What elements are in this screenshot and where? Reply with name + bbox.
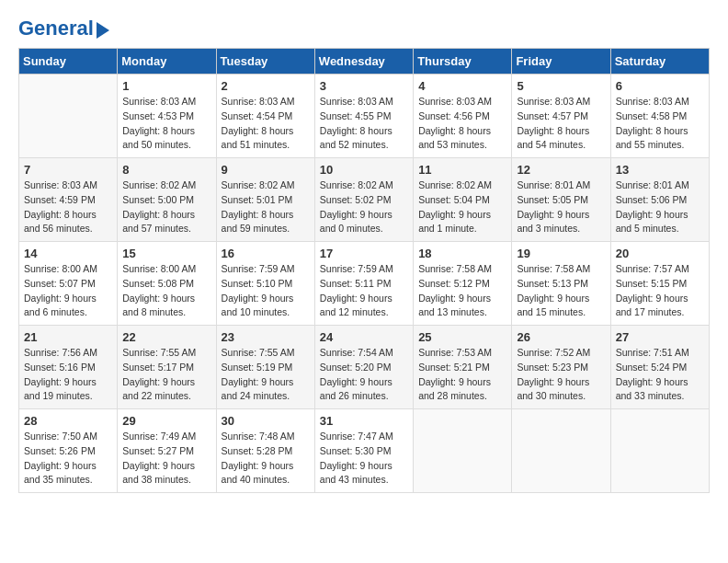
- day-cell: 3Sunrise: 8:03 AMSunset: 4:55 PMDaylight…: [314, 75, 413, 158]
- day-cell: 5Sunrise: 8:03 AMSunset: 4:57 PMDaylight…: [512, 75, 610, 158]
- day-number: 18: [418, 247, 506, 260]
- day-info: Sunrise: 8:03 AMSunset: 4:55 PMDaylight:…: [320, 95, 408, 153]
- day-cell: 21Sunrise: 7:56 AMSunset: 5:16 PMDayligh…: [19, 326, 118, 409]
- day-cell: 10Sunrise: 8:02 AMSunset: 5:02 PMDayligh…: [314, 158, 413, 242]
- week-row-4: 21Sunrise: 7:56 AMSunset: 5:16 PMDayligh…: [19, 326, 710, 409]
- day-cell: 31Sunrise: 7:47 AMSunset: 5:30 PMDayligh…: [314, 409, 413, 493]
- day-cell: 9Sunrise: 8:02 AMSunset: 5:01 PMDaylight…: [216, 158, 314, 242]
- day-number: 2: [222, 79, 310, 93]
- day-info: Sunrise: 8:00 AMSunset: 5:08 PMDaylight:…: [122, 262, 210, 320]
- day-info: Sunrise: 7:57 AMSunset: 5:15 PMDaylight:…: [616, 262, 704, 320]
- day-number: 28: [24, 414, 112, 428]
- logo-text: General: [18, 18, 94, 39]
- day-number: 8: [122, 163, 210, 177]
- day-cell: 7Sunrise: 8:03 AMSunset: 4:59 PMDaylight…: [19, 158, 118, 242]
- day-cell: [414, 409, 512, 493]
- day-cell: 19Sunrise: 7:58 AMSunset: 5:13 PMDayligh…: [512, 242, 610, 326]
- day-cell: 8Sunrise: 8:02 AMSunset: 5:00 PMDaylight…: [118, 158, 216, 242]
- day-cell: [610, 409, 709, 493]
- day-cell: 2Sunrise: 8:03 AMSunset: 4:54 PMDaylight…: [216, 75, 314, 158]
- day-info: Sunrise: 7:58 AMSunset: 5:12 PMDaylight:…: [418, 262, 506, 320]
- day-cell: 16Sunrise: 7:59 AMSunset: 5:10 PMDayligh…: [216, 242, 314, 326]
- day-number: 30: [222, 414, 310, 428]
- day-number: 24: [320, 330, 408, 344]
- day-cell: 30Sunrise: 7:48 AMSunset: 5:28 PMDayligh…: [216, 409, 314, 493]
- week-row-1: 1Sunrise: 8:03 AMSunset: 4:53 PMDaylight…: [19, 75, 710, 158]
- col-monday: Monday: [118, 49, 216, 75]
- day-cell: [512, 409, 610, 493]
- day-cell: 1Sunrise: 8:03 AMSunset: 4:53 PMDaylight…: [118, 75, 216, 158]
- header-row: Sunday Monday Tuesday Wednesday Thursday…: [19, 49, 710, 75]
- col-saturday: Saturday: [610, 49, 709, 75]
- day-info: Sunrise: 8:03 AMSunset: 4:58 PMDaylight:…: [616, 95, 704, 153]
- day-number: 20: [616, 247, 704, 260]
- day-info: Sunrise: 7:47 AMSunset: 5:30 PMDaylight:…: [320, 430, 408, 488]
- day-number: 1: [122, 79, 210, 93]
- day-cell: 27Sunrise: 7:51 AMSunset: 5:24 PMDayligh…: [610, 326, 709, 409]
- day-cell: 28Sunrise: 7:50 AMSunset: 5:26 PMDayligh…: [19, 409, 118, 493]
- day-cell: 14Sunrise: 8:00 AMSunset: 5:07 PMDayligh…: [19, 242, 118, 326]
- day-number: 7: [24, 163, 112, 177]
- day-info: Sunrise: 7:53 AMSunset: 5:21 PMDaylight:…: [418, 346, 506, 404]
- day-cell: 23Sunrise: 7:55 AMSunset: 5:19 PMDayligh…: [216, 326, 314, 409]
- day-info: Sunrise: 8:03 AMSunset: 4:54 PMDaylight:…: [222, 95, 310, 153]
- day-info: Sunrise: 8:02 AMSunset: 5:00 PMDaylight:…: [122, 178, 210, 236]
- day-number: 25: [418, 330, 506, 344]
- col-thursday: Thursday: [414, 49, 512, 75]
- page-header: General: [18, 18, 710, 39]
- day-number: 6: [616, 79, 704, 93]
- logo-arrow-icon: [97, 22, 109, 39]
- day-info: Sunrise: 7:48 AMSunset: 5:28 PMDaylight:…: [222, 430, 310, 488]
- day-number: 5: [517, 79, 605, 93]
- day-cell: 22Sunrise: 7:55 AMSunset: 5:17 PMDayligh…: [118, 326, 216, 409]
- day-info: Sunrise: 8:01 AMSunset: 5:05 PMDaylight:…: [517, 178, 605, 236]
- day-info: Sunrise: 7:55 AMSunset: 5:17 PMDaylight:…: [122, 346, 210, 404]
- day-number: 3: [320, 79, 408, 93]
- col-tuesday: Tuesday: [216, 49, 314, 75]
- logo: General: [18, 18, 109, 39]
- day-cell: 17Sunrise: 7:59 AMSunset: 5:11 PMDayligh…: [314, 242, 413, 326]
- day-number: 17: [320, 247, 408, 260]
- day-cell: 15Sunrise: 8:00 AMSunset: 5:08 PMDayligh…: [118, 242, 216, 326]
- day-number: 26: [517, 330, 605, 344]
- day-cell: 18Sunrise: 7:58 AMSunset: 5:12 PMDayligh…: [414, 242, 512, 326]
- col-wednesday: Wednesday: [314, 49, 413, 75]
- day-number: 21: [24, 330, 112, 344]
- day-number: 27: [616, 330, 704, 344]
- day-info: Sunrise: 8:02 AMSunset: 5:01 PMDaylight:…: [222, 178, 310, 236]
- day-number: 11: [418, 163, 506, 177]
- week-row-5: 28Sunrise: 7:50 AMSunset: 5:26 PMDayligh…: [19, 409, 710, 493]
- day-info: Sunrise: 8:02 AMSunset: 5:02 PMDaylight:…: [320, 178, 408, 236]
- day-cell: 11Sunrise: 8:02 AMSunset: 5:04 PMDayligh…: [414, 158, 512, 242]
- day-info: Sunrise: 7:59 AMSunset: 5:10 PMDaylight:…: [222, 262, 310, 320]
- col-friday: Friday: [512, 49, 610, 75]
- week-row-3: 14Sunrise: 8:00 AMSunset: 5:07 PMDayligh…: [19, 242, 710, 326]
- col-sunday: Sunday: [19, 49, 118, 75]
- day-info: Sunrise: 7:56 AMSunset: 5:16 PMDaylight:…: [24, 346, 112, 404]
- day-number: 22: [122, 330, 210, 344]
- day-number: 10: [320, 163, 408, 177]
- day-number: 16: [222, 247, 310, 260]
- week-row-2: 7Sunrise: 8:03 AMSunset: 4:59 PMDaylight…: [19, 158, 710, 242]
- day-info: Sunrise: 7:50 AMSunset: 5:26 PMDaylight:…: [24, 430, 112, 488]
- day-number: 9: [222, 163, 310, 177]
- day-number: 4: [418, 79, 506, 93]
- day-info: Sunrise: 7:59 AMSunset: 5:11 PMDaylight:…: [320, 262, 408, 320]
- day-number: 23: [222, 330, 310, 344]
- day-info: Sunrise: 7:51 AMSunset: 5:24 PMDaylight:…: [616, 346, 704, 404]
- day-number: 31: [320, 414, 408, 428]
- day-cell: 13Sunrise: 8:01 AMSunset: 5:06 PMDayligh…: [610, 158, 709, 242]
- day-cell: 26Sunrise: 7:52 AMSunset: 5:23 PMDayligh…: [512, 326, 610, 409]
- day-info: Sunrise: 8:03 AMSunset: 4:53 PMDaylight:…: [122, 95, 210, 153]
- day-cell: 24Sunrise: 7:54 AMSunset: 5:20 PMDayligh…: [314, 326, 413, 409]
- day-info: Sunrise: 8:03 AMSunset: 4:57 PMDaylight:…: [517, 95, 605, 153]
- day-info: Sunrise: 8:02 AMSunset: 5:04 PMDaylight:…: [418, 178, 506, 236]
- day-info: Sunrise: 7:49 AMSunset: 5:27 PMDaylight:…: [122, 430, 210, 488]
- day-cell: [19, 75, 118, 158]
- day-number: 29: [122, 414, 210, 428]
- day-info: Sunrise: 8:00 AMSunset: 5:07 PMDaylight:…: [24, 262, 112, 320]
- day-cell: 4Sunrise: 8:03 AMSunset: 4:56 PMDaylight…: [414, 75, 512, 158]
- day-number: 14: [24, 247, 112, 260]
- day-number: 13: [616, 163, 704, 177]
- day-cell: 12Sunrise: 8:01 AMSunset: 5:05 PMDayligh…: [512, 158, 610, 242]
